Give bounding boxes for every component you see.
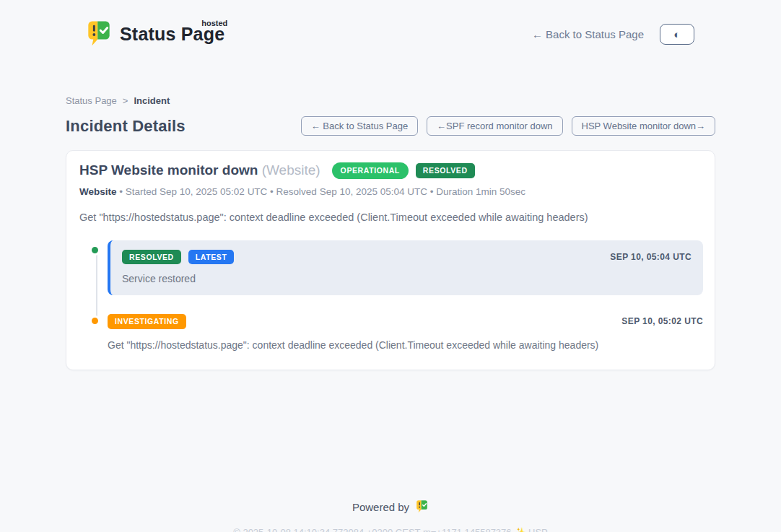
page-title: Incident Details <box>66 117 186 136</box>
timeline-dot-orange <box>90 315 100 326</box>
main-content: Status Page > Incident Incident Details … <box>66 95 715 370</box>
breadcrumb-separator: > <box>123 95 128 106</box>
sparkles-icon: ✨ <box>514 527 525 532</box>
brand-name: Status Page hosted <box>120 24 224 45</box>
next-incident-button[interactable]: HSP Website monitor down→ <box>572 116 715 136</box>
breadcrumb-current: Incident <box>134 95 170 106</box>
prev-incident-button[interactable]: ←SPF record monitor down <box>427 116 562 136</box>
footer: Powered by © 2025-10-08 14:10:34.772084 … <box>0 499 781 532</box>
incident-component: (Website) <box>262 162 320 178</box>
powered-by[interactable]: Powered by <box>352 499 429 515</box>
copyright-text: © 2025-10-08 14:10:34.772084 +0200 CEST … <box>233 527 511 532</box>
copyright-suffix: HSP <box>528 527 548 532</box>
timeline-message: Get "https://hostedstatus.page": context… <box>108 339 703 351</box>
breadcrumb-root[interactable]: Status Page <box>66 95 117 106</box>
incident-meta: Website • Started Sep 10, 2025 05:02 UTC… <box>79 186 703 197</box>
incident-description: Get "https://hostedstatus.page": context… <box>79 212 703 223</box>
timeline-dot-green <box>90 245 100 256</box>
timeline-message: Service restored <box>122 273 691 284</box>
resolved-state-badge: RESOLVED <box>416 163 475 178</box>
timeline-resolved-badge: RESOLVED <box>122 250 181 265</box>
timeline-latest-badge: LATEST <box>188 250 235 265</box>
timeline-timestamp: SEP 10, 05:02 UTC <box>621 316 703 326</box>
header: Status Page hosted ← Back to Status Page… <box>0 0 781 55</box>
brand-logo[interactable]: Status Page hosted <box>85 18 224 50</box>
timeline-latest-update-box: RESOLVED LATEST SEP 10, 05:04 UTC Servic… <box>108 240 703 296</box>
timeline-item-investigating: INVESTIGATING SEP 10, 05:02 UTC Get "htt… <box>79 314 703 351</box>
statuspage-logo-icon <box>85 18 113 50</box>
copyright-line: © 2025-10-08 14:10:34.772084 +0200 CEST … <box>0 527 781 532</box>
brand-superscript: hosted <box>201 19 227 27</box>
header-back-link[interactable]: ← Back to Status Page <box>532 28 644 40</box>
incident-title: HSP Website monitor down (Website) <box>79 162 320 178</box>
timeline-investigating-badge: INVESTIGATING <box>108 314 186 329</box>
back-to-status-page-button[interactable]: ← Back to Status Page <box>301 116 418 136</box>
incident-card: HSP Website monitor down (Website) OPERA… <box>66 150 715 370</box>
incident-meta-times: • Started Sep 10, 2025 05:02 UTC • Resol… <box>117 186 526 197</box>
incident-timeline: RESOLVED LATEST SEP 10, 05:04 UTC Servic… <box>79 240 703 351</box>
statuspage-logo-icon-small <box>415 499 429 515</box>
incident-meta-component: Website <box>79 186 117 197</box>
theme-toggle-button[interactable]: ◐ <box>660 24 694 45</box>
powered-by-label: Powered by <box>352 501 409 513</box>
half-circle-theme-icon: ◐ <box>673 28 680 40</box>
timeline-item-resolved: RESOLVED LATEST SEP 10, 05:04 UTC Servic… <box>79 240 703 296</box>
incident-nav-buttons: ← Back to Status Page ←SPF record monito… <box>301 116 715 136</box>
timeline-timestamp: SEP 10, 05:04 UTC <box>610 252 691 262</box>
breadcrumb: Status Page > Incident <box>66 95 715 106</box>
operational-status-badge: OPERATIONAL <box>332 162 409 179</box>
